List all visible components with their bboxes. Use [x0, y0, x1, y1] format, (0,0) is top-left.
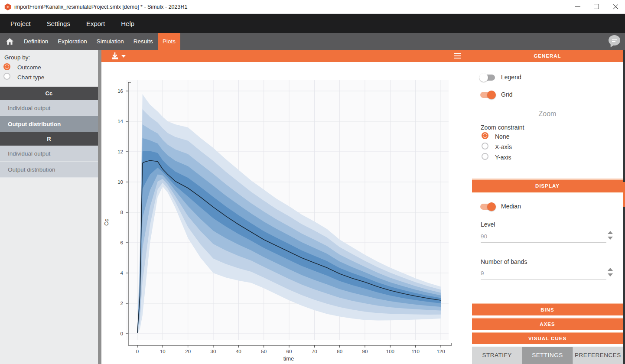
tab-settings[interactable]: SETTINGS: [522, 347, 573, 364]
level-increment-button[interactable]: [608, 231, 613, 234]
group-by-label: Group by:: [4, 54, 30, 61]
y-tick-label: 10: [117, 179, 123, 185]
group-by-outcome-radio[interactable]: [3, 63, 10, 70]
menu-settings[interactable]: Settings: [47, 20, 70, 27]
number-of-bands-label: Number of bands: [481, 258, 527, 265]
y-tick-label: 6: [120, 240, 123, 245]
y-tick-label: 8: [120, 210, 123, 215]
y-tick-label: 0: [120, 331, 123, 336]
home-tab[interactable]: [0, 33, 19, 50]
x-tick-label: 10: [160, 349, 166, 354]
section-header-bins[interactable]: BINS: [472, 303, 623, 315]
settings-panel: GENERAL Legend Grid Zoom Zoom constraint…: [472, 50, 623, 364]
x-tick-label: 50: [261, 349, 267, 354]
app-logo-icon: [4, 3, 11, 10]
tab-plots[interactable]: Plots: [158, 33, 180, 50]
y-tick-label: 14: [117, 119, 123, 124]
x-tick-label: 30: [211, 349, 216, 354]
bands-increment-button[interactable]: [608, 268, 613, 271]
x-tick-label: 80: [337, 349, 342, 354]
menu-project[interactable]: Project: [10, 20, 31, 27]
zoom-constraint-yaxis-radio[interactable]: [482, 153, 488, 160]
grid-toggle[interactable]: [480, 92, 495, 98]
x-tick-label: 110: [411, 349, 419, 354]
y-axis-title: Cc: [103, 219, 110, 226]
speech-bubble-icon: [609, 35, 621, 47]
grid-toggle-label: Grid: [501, 91, 512, 98]
tab-stratify[interactable]: STRATIFY: [472, 347, 522, 364]
zoom-constraint-label: Zoom constraint: [481, 124, 524, 131]
sidebar-item-cc-output-distribution[interactable]: Output distribution: [0, 116, 98, 132]
group-by-charttype-label[interactable]: Chart type: [17, 74, 44, 81]
sidebar-section-cc[interactable]: Cc: [0, 87, 98, 100]
zoom-constraint-xaxis-label[interactable]: X-axis: [495, 143, 512, 150]
tab-results[interactable]: Results: [129, 33, 158, 50]
bands-input-underline: [481, 279, 606, 280]
zoom-constraint-xaxis-radio[interactable]: [482, 143, 488, 150]
panel-scrollbar-thumb[interactable]: [623, 182, 625, 207]
menu-bar: Project Settings Export Help: [0, 14, 625, 33]
level-decrement-button[interactable]: [608, 237, 613, 240]
group-by-block: Group by: Outcome Chart type: [0, 50, 98, 87]
level-input-underline: [481, 242, 606, 243]
tab-definition[interactable]: Definition: [19, 33, 53, 50]
download-options-caret[interactable]: [121, 55, 126, 58]
tab-exploration[interactable]: Exploration: [53, 33, 92, 50]
y-tick-label: 2: [120, 301, 123, 306]
x-tick-label: 20: [185, 349, 191, 354]
x-axis-title: time: [283, 355, 294, 362]
main-tab-bar: Definition Exploration Simulation Result…: [0, 33, 625, 50]
number-of-bands-input[interactable]: 9: [481, 270, 484, 276]
output-distribution-chart[interactable]: 0246810121416010203040506070809010011012…: [101, 62, 472, 364]
menu-export[interactable]: Export: [86, 20, 105, 27]
y-tick-label: 16: [117, 88, 123, 94]
download-icon[interactable]: [111, 52, 119, 60]
group-by-charttype-radio[interactable]: [3, 73, 10, 80]
maximize-button[interactable]: [587, 0, 606, 13]
legend-toggle[interactable]: [480, 75, 495, 81]
section-header-axes[interactable]: AXES: [472, 318, 623, 330]
zoom-constraint-none-label[interactable]: None: [495, 133, 509, 140]
sidebar-scrollbar-gutter[interactable]: [98, 50, 101, 364]
x-tick-label: 90: [362, 349, 368, 354]
sidebar-item-r-output-distribution[interactable]: Output distribution: [0, 162, 98, 178]
x-tick-label: 120: [436, 349, 445, 354]
level-label: Level: [481, 221, 495, 228]
x-tick-label: 100: [386, 349, 394, 354]
section-header-visual-cues[interactable]: VISUAL CUES: [472, 332, 623, 344]
home-icon: [6, 38, 14, 45]
median-toggle-label: Median: [501, 203, 521, 210]
y-tick-label: 4: [120, 270, 124, 276]
sidebar-item-cc-individual-output[interactable]: Individual output: [0, 100, 98, 116]
panel-scrollbar[interactable]: [623, 50, 625, 364]
median-toggle[interactable]: [480, 204, 495, 210]
group-by-outcome-label[interactable]: Outcome: [17, 64, 41, 71]
x-tick-label: 40: [236, 349, 241, 354]
plots-sidebar: Group by: Outcome Chart type Cc Individu…: [0, 50, 98, 364]
close-button[interactable]: [606, 0, 625, 13]
bands-decrement-button[interactable]: [608, 273, 613, 276]
zoom-constraint-yaxis-label[interactable]: Y-axis: [495, 154, 511, 161]
zoom-constraint-none-radio[interactable]: [482, 132, 488, 139]
x-tick-label: 60: [286, 349, 292, 354]
section-header-display[interactable]: DISPLAY: [472, 179, 623, 193]
chart-toolbar: [101, 50, 472, 62]
x-tick-label: 70: [312, 349, 317, 354]
x-tick-label: 0: [136, 349, 139, 354]
simulx-window: importFromPKanalix_resimulateProject.sml…: [0, 0, 625, 364]
panel-footer-tabs: STRATIFY SETTINGS PREFERENCES: [472, 347, 623, 364]
menu-help[interactable]: Help: [121, 20, 134, 27]
tab-simulation[interactable]: Simulation: [92, 33, 129, 50]
y-tick-label: 12: [117, 149, 123, 154]
section-header-general[interactable]: GENERAL: [472, 50, 623, 62]
window-title: importFromPKanalix_resimulateProject.sml…: [14, 4, 187, 10]
feedback-button[interactable]: [609, 35, 622, 48]
sidebar-section-r[interactable]: R: [0, 132, 98, 146]
chart-menu-icon[interactable]: [454, 53, 461, 60]
minimize-button[interactable]: [568, 0, 587, 13]
zoom-section-title: Zoom: [472, 110, 623, 118]
tab-preferences[interactable]: PREFERENCES: [573, 347, 623, 364]
title-bar: importFromPKanalix_resimulateProject.sml…: [0, 0, 625, 14]
sidebar-item-r-individual-output[interactable]: Individual output: [0, 146, 98, 162]
level-input[interactable]: 90: [481, 233, 487, 240]
